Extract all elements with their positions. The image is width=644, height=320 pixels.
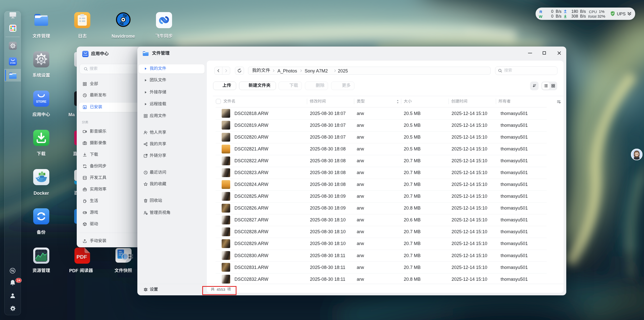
svg-text:STORE: STORE xyxy=(83,55,88,56)
svg-text:STORE: STORE xyxy=(36,100,46,103)
svg-text:PDF: PDF xyxy=(76,254,87,260)
svg-text:STORE: STORE xyxy=(10,62,16,64)
